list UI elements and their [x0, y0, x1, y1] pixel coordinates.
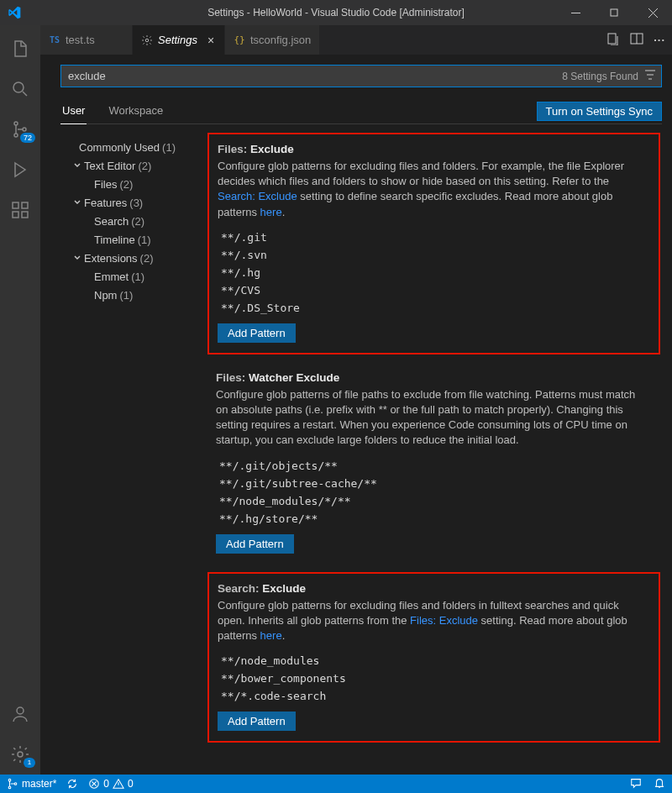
- ts-icon: TS: [49, 34, 60, 46]
- pattern-row[interactable]: **/.svn: [218, 246, 643, 264]
- setting-item: Files: ExcludeConfigure glob patterns fo…: [207, 133, 660, 354]
- close-button[interactable]: [633, 0, 672, 25]
- chevron-down-icon: [71, 197, 84, 207]
- link[interactable]: here: [260, 206, 282, 218]
- tab-tsconfig[interactable]: {} tsconfig.json: [225, 25, 320, 55]
- tree-item[interactable]: Commonly Used (1): [60, 138, 207, 156]
- svg-rect-0: [611, 9, 617, 16]
- maximize-button[interactable]: [595, 0, 633, 25]
- pattern-row[interactable]: **/node_modules/*/**: [216, 492, 645, 510]
- pattern-row[interactable]: **/.git/subtree-cache/**: [216, 475, 645, 492]
- chevron-down-icon: [71, 253, 84, 263]
- search-results-count: 8 Settings Found: [562, 71, 638, 82]
- explorer-icon[interactable]: [0, 29, 40, 69]
- settings-tree: Commonly Used (1)Text Editor (2)Files (2…: [60, 133, 207, 775]
- tree-item[interactable]: Emmet (1): [60, 267, 207, 286]
- more-actions-icon[interactable]: ···: [654, 34, 665, 46]
- open-settings-json-icon[interactable]: [606, 32, 620, 48]
- svg-rect-8: [22, 202, 28, 208]
- pattern-row[interactable]: **/.git/objects/**: [216, 457, 645, 475]
- tree-item[interactable]: Text Editor (2): [60, 156, 207, 175]
- tree-item[interactable]: Files (2): [60, 175, 207, 193]
- chevron-down-icon: [71, 160, 84, 171]
- tree-item[interactable]: Extensions (2): [60, 249, 207, 267]
- vscode-icon: [8, 6, 21, 19]
- editor-tabs: TS test.ts Settings × {} tsconfig.json ·…: [40, 25, 672, 55]
- activity-bar: 72 1: [0, 25, 40, 775]
- tab-test-ts[interactable]: TS test.ts: [40, 25, 133, 55]
- svg-rect-6: [13, 212, 18, 218]
- tab-label: test.ts: [66, 34, 95, 46]
- source-control-icon[interactable]: 72: [0, 109, 40, 150]
- sync-icon[interactable]: [66, 778, 78, 790]
- setting-description: Configure glob patterns of file paths to…: [216, 387, 645, 449]
- svg-point-14: [8, 779, 11, 781]
- pattern-row[interactable]: **/bower_components: [218, 670, 643, 687]
- pattern-row[interactable]: **/.hg: [218, 264, 643, 281]
- svg-point-1: [13, 82, 24, 92]
- setting-item: Search: ExcludeConfigure glob patterns f…: [207, 572, 660, 743]
- svg-point-16: [14, 783, 17, 785]
- gear-icon: [141, 34, 153, 46]
- setting-title: Files: Exclude: [218, 143, 643, 155]
- titlebar: Settings - HelloWorld - Visual Studio Co…: [0, 0, 672, 25]
- extensions-icon[interactable]: [0, 190, 40, 230]
- scope-tab-user[interactable]: User: [60, 99, 87, 124]
- setting-description: Configure glob patterns for excluding fi…: [218, 598, 643, 644]
- scm-badge: 72: [20, 133, 35, 143]
- tab-label: tsconfig.json: [250, 34, 311, 46]
- json-icon: {}: [234, 34, 245, 46]
- problems[interactable]: 0 0: [88, 778, 133, 790]
- tree-item[interactable]: Npm (1): [60, 286, 207, 304]
- add-pattern-button[interactable]: Add Pattern: [218, 712, 296, 731]
- add-pattern-button[interactable]: Add Pattern: [216, 534, 294, 554]
- add-pattern-button[interactable]: Add Pattern: [218, 323, 296, 343]
- tab-label: Settings: [158, 34, 197, 46]
- tab-settings[interactable]: Settings ×: [133, 25, 225, 55]
- run-debug-icon[interactable]: [0, 150, 40, 190]
- pattern-row[interactable]: **/CVS: [218, 281, 643, 299]
- setting-title: Search: Exclude: [218, 582, 643, 595]
- setting-item: Files: Watcher ExcludeConfigure glob pat…: [207, 363, 660, 564]
- search-icon[interactable]: [0, 69, 40, 109]
- setting-description: Configure glob patterns for excluding fi…: [218, 159, 643, 220]
- pattern-row[interactable]: **/*.code-search: [218, 687, 643, 705]
- setting-title: Files: Watcher Exclude: [216, 371, 645, 384]
- svg-rect-7: [22, 212, 28, 218]
- accounts-icon[interactable]: [0, 694, 40, 734]
- svg-point-3: [14, 134, 18, 137]
- svg-rect-5: [13, 202, 18, 208]
- link[interactable]: Files: Exclude: [410, 614, 478, 627]
- status-bar: master* 0 0: [0, 775, 672, 793]
- svg-point-11: [145, 39, 149, 42]
- manage-badge: 1: [24, 758, 35, 768]
- tree-item[interactable]: Search (2): [60, 212, 207, 230]
- svg-point-10: [18, 752, 23, 757]
- link[interactable]: Search: Exclude: [218, 190, 297, 202]
- split-editor-icon[interactable]: [630, 32, 643, 48]
- svg-point-15: [8, 786, 11, 789]
- tree-item[interactable]: Timeline (1): [60, 230, 207, 249]
- svg-point-9: [17, 707, 24, 714]
- link[interactable]: here: [260, 629, 282, 642]
- git-branch[interactable]: master*: [7, 778, 56, 790]
- svg-point-2: [14, 122, 18, 125]
- feedback-icon[interactable]: [630, 777, 642, 791]
- svg-point-4: [23, 128, 26, 131]
- manage-icon[interactable]: 1: [0, 734, 40, 775]
- svg-rect-12: [608, 34, 616, 44]
- pattern-row[interactable]: **/.git: [218, 228, 643, 246]
- settings-list: Files: ExcludeConfigure glob patterns fo…: [207, 133, 662, 775]
- close-icon[interactable]: ×: [207, 34, 214, 47]
- pattern-row[interactable]: **/.DS_Store: [218, 299, 643, 317]
- settings-sync-button[interactable]: Turn on Settings Sync: [537, 102, 662, 121]
- tree-item[interactable]: Features (3): [60, 193, 207, 212]
- pattern-row[interactable]: **/.hg/store/**: [216, 510, 645, 528]
- scope-tab-workspace[interactable]: Workspace: [107, 99, 165, 123]
- filter-icon[interactable]: [643, 68, 657, 84]
- minimize-button[interactable]: [556, 0, 595, 25]
- bell-icon[interactable]: [654, 777, 665, 791]
- pattern-row[interactable]: **/node_modules: [218, 652, 643, 670]
